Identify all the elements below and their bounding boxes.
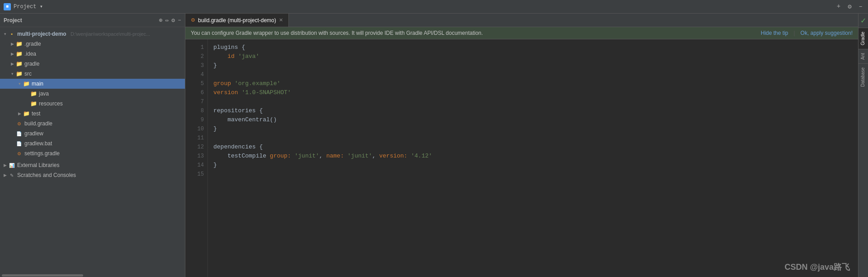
sidebar-header: Project ⊕ ⇔ ⚙ – [0, 14, 185, 27]
right-tab-ant[interactable]: Ant [859, 49, 868, 63]
new-window-btn[interactable]: ⊕ [159, 17, 163, 24]
line-num-4: 4 [201, 70, 204, 79]
external-libs-label: External Libraries [17, 162, 59, 168]
code-text: group 'org.example' [213, 79, 280, 88]
expand-arrow: ▶ [2, 162, 8, 168]
sidebar-scrollbar[interactable] [0, 273, 185, 277]
root-label: multi-project-demo D:\wenjian\workspace\… [17, 31, 150, 37]
code-text [213, 97, 217, 106]
gradle-hidden-label: .gradle [24, 41, 41, 47]
code-text: repositories { [213, 106, 263, 115]
line-numbers: 1 2 3 4 5 6 7 8 9 10 11 12 13 14 15 [185, 39, 208, 277]
settings-btn[interactable]: ⚙ [846, 3, 853, 10]
build-gradle-tab[interactable]: ⚙ build.gradle (multi-project-demo) ✕ [185, 14, 289, 27]
right-tab-gradle[interactable]: Gradle [859, 28, 868, 49]
folder-icon: 📁 [15, 40, 23, 48]
resources-label: resources [39, 100, 63, 107]
line-num-10: 10 [198, 124, 204, 134]
code-line-8: ▾ repositories { [213, 106, 853, 115]
code-text: } [213, 61, 217, 70]
line-num-15: 15 [198, 170, 204, 179]
tree-item-gradle-hidden[interactable]: ▶ 📁 .gradle [0, 39, 185, 49]
tree-item-main[interactable]: ▾ 📁 main [0, 79, 185, 89]
gradlew-label: gradlew [24, 130, 43, 137]
run-arrow-12[interactable]: ▶ [208, 143, 208, 152]
right-tab-database[interactable]: Database [859, 63, 868, 91]
line-num-2: 2 [201, 52, 204, 61]
library-icon: 📊 [8, 162, 15, 169]
code-editor: 1 2 3 4 5 6 7 8 9 10 11 12 13 14 15 ▾ [185, 39, 858, 277]
line-num-1: 1 [201, 43, 204, 52]
test-label: test [32, 110, 40, 117]
folder-icon: 📁 [23, 80, 30, 87]
gradlew-bat-label: gradlew.bat [24, 140, 52, 147]
scratches-icon: ✎ [8, 172, 15, 179]
code-line-6: version '1.0-SNAPSHOT' [213, 88, 853, 97]
code-text: } [213, 161, 217, 170]
scrollbar-thumb [2, 274, 83, 277]
tree-item-gradlew[interactable]: ▶ 📄 gradlew [0, 129, 185, 138]
line-num-7: 7 [201, 97, 204, 106]
collapse-all-btn[interactable]: ⇔ [165, 17, 169, 24]
code-text [213, 70, 217, 79]
tree-item-external-libs[interactable]: ▶ 📊 External Libraries [0, 160, 185, 170]
settings-icon-btn[interactable]: ⚙ [171, 17, 175, 24]
code-text [213, 170, 217, 179]
file-tree: ▾ ▪ multi-project-demo D:\wenjian\worksp… [0, 27, 185, 273]
tree-item-root[interactable]: ▾ ▪ multi-project-demo D:\wenjian\worksp… [0, 29, 185, 39]
tab-label: build.gradle (multi-project-demo) [198, 17, 276, 24]
settings-gradle-icon: ⚙ [15, 150, 23, 157]
tree-item-java[interactable]: ▶ 📁 java [0, 89, 185, 99]
file-icon: 📄 [15, 130, 23, 137]
expand-arrow: ▶ [9, 41, 15, 47]
tree-item-settings-gradle[interactable]: ▶ ⚙ settings.gradle [0, 148, 185, 158]
java-label: java [39, 91, 49, 97]
code-line-3: ▾ } [213, 61, 853, 70]
editor-area: ⚙ build.gradle (multi-project-demo) ✕ Yo… [185, 14, 858, 277]
code-content[interactable]: ▾ plugins { id 'java' ▾ } group 'org.exa… [208, 39, 858, 277]
tree-item-test[interactable]: ▶ 📁 test [0, 109, 185, 119]
dropdown-arrow[interactable]: ▾ [40, 4, 43, 10]
hide-sidebar-btn[interactable]: – [178, 17, 181, 24]
tree-item-idea[interactable]: ▶ 📁 .idea [0, 49, 185, 59]
expand-arrow: ▶ [9, 61, 15, 67]
window-controls: + ⚙ – [835, 3, 864, 10]
collapse-arrow: ▾ [16, 81, 23, 87]
tree-item-resources[interactable]: ▶ 📁 resources [0, 99, 185, 109]
code-line-12: ▶ dependencies { [213, 143, 853, 152]
tree-item-build-gradle[interactable]: ▶ ⚙ build.gradle [0, 119, 185, 129]
tip-text: You can configure Gradle wrapper to use … [191, 30, 757, 36]
tree-item-gradle[interactable]: ▶ 📁 gradle [0, 59, 185, 69]
expand-arrow: ▶ [9, 51, 15, 57]
line-num-13: 13 [198, 152, 204, 161]
collapse-arrow: ▾ [9, 71, 15, 77]
code-text: id 'java' [213, 52, 259, 61]
tree-item-gradlew-bat[interactable]: ▶ 📄 gradlew.bat [0, 138, 185, 148]
code-line-15 [213, 170, 853, 179]
code-text: dependencies { [213, 143, 263, 152]
close-btn[interactable]: – [857, 3, 864, 10]
tab-gradle-icon: ⚙ [191, 17, 195, 23]
code-line-5: group 'org.example' [213, 79, 853, 88]
minimize-btn[interactable]: + [835, 3, 842, 10]
code-line-9: mavenCentral() [213, 115, 853, 124]
code-line-2: id 'java' [213, 52, 853, 61]
code-line-11 [213, 134, 853, 143]
tree-item-scratches[interactable]: ▶ ✎ Scratches and Consoles [0, 170, 185, 180]
folder-icon: 📁 [15, 60, 23, 67]
tree-item-src[interactable]: ▾ 📁 src [0, 69, 185, 79]
hide-tip-btn[interactable]: Hide the tip [761, 30, 788, 36]
checkmark-icon: ✓ [860, 16, 866, 25]
expand-arrow: ▶ [16, 110, 23, 117]
project-sidebar: Project ⊕ ⇔ ⚙ – ▾ ▪ multi-project-demo D… [0, 14, 185, 277]
code-text: plugins { [213, 43, 245, 52]
separator: | [793, 30, 795, 36]
tab-close-btn[interactable]: ✕ [279, 17, 283, 23]
collapse-arrow: ▾ [2, 31, 8, 37]
gradle-label: gradle [24, 61, 39, 67]
folder-icon: 📁 [15, 50, 23, 57]
main-label: main [32, 81, 43, 87]
apply-suggestion-btn[interactable]: Ok, apply suggestion! [801, 30, 853, 36]
sidebar-actions: ⊕ ⇔ ⚙ – [159, 17, 181, 24]
expand-arrow: ▶ [2, 172, 8, 178]
